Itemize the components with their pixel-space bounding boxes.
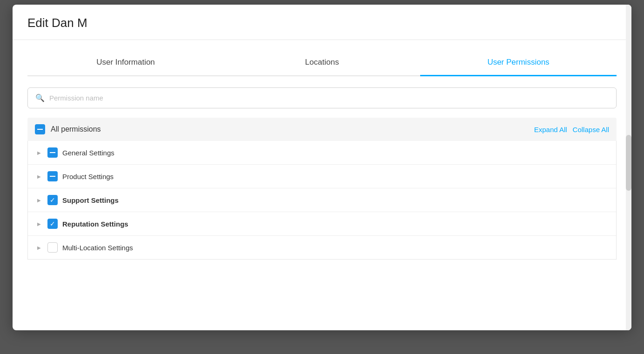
- tabs-container: User Information Locations User Permissi…: [27, 49, 617, 76]
- chevron-right-icon-general[interactable]: [35, 149, 43, 156]
- permission-row-product-settings: Product Settings: [28, 165, 616, 188]
- chevron-right-icon-reputation[interactable]: [35, 220, 43, 227]
- permissions-header: All permissions Expand All Collapse All: [27, 118, 617, 141]
- modal-title: Edit Dan M: [27, 16, 617, 30]
- checkbox-general-settings[interactable]: [47, 147, 58, 158]
- modal-backdrop: Edit Dan M User Information Locations Us…: [0, 0, 644, 354]
- all-permissions-checkbox[interactable]: [35, 124, 45, 134]
- chevron-right-icon-support[interactable]: [35, 196, 43, 204]
- search-input[interactable]: [49, 94, 609, 102]
- modal: Edit Dan M User Information Locations Us…: [13, 5, 631, 330]
- search-icon: 🔍: [35, 94, 45, 102]
- scrollbar-track[interactable]: [626, 5, 631, 330]
- collapse-all-button[interactable]: Collapse All: [573, 126, 609, 134]
- checkbox-support-settings[interactable]: [47, 195, 58, 205]
- checkbox-reputation-settings[interactable]: [47, 219, 58, 229]
- permission-row-multi-location-settings: Multi-Location Settings: [28, 236, 616, 259]
- modal-body: User Information Locations User Permissi…: [13, 40, 631, 269]
- tab-user-permissions[interactable]: User Permissions: [420, 49, 617, 75]
- permission-row-reputation-settings: Reputation Settings: [28, 212, 616, 236]
- permission-label-product-settings: Product Settings: [62, 173, 114, 180]
- search-box: 🔍: [27, 87, 617, 108]
- permissions-actions: Expand All Collapse All: [534, 126, 609, 134]
- chevron-right-icon-multi-location[interactable]: [35, 244, 43, 251]
- scrollbar-thumb[interactable]: [626, 135, 631, 191]
- permission-label-reputation-settings: Reputation Settings: [62, 220, 128, 228]
- modal-header: Edit Dan M: [13, 5, 631, 40]
- permissions-list: General Settings Product Settings Suppor…: [27, 141, 617, 260]
- chevron-right-icon-product[interactable]: [35, 173, 43, 180]
- permission-row-support-settings: Support Settings: [28, 188, 616, 212]
- expand-all-button[interactable]: Expand All: [534, 126, 567, 134]
- permission-label-multi-location-settings: Multi-Location Settings: [62, 244, 133, 252]
- checkbox-multi-location-settings[interactable]: [47, 242, 58, 253]
- checkbox-product-settings[interactable]: [47, 171, 58, 181]
- all-permissions-label: All permissions: [51, 125, 101, 134]
- tab-user-information[interactable]: User Information: [27, 49, 224, 75]
- permissions-header-left: All permissions: [35, 124, 101, 134]
- permission-label-general-settings: General Settings: [62, 149, 114, 157]
- permission-label-support-settings: Support Settings: [62, 196, 119, 204]
- tab-locations[interactable]: Locations: [224, 49, 420, 75]
- permission-row-general-settings: General Settings: [28, 141, 616, 165]
